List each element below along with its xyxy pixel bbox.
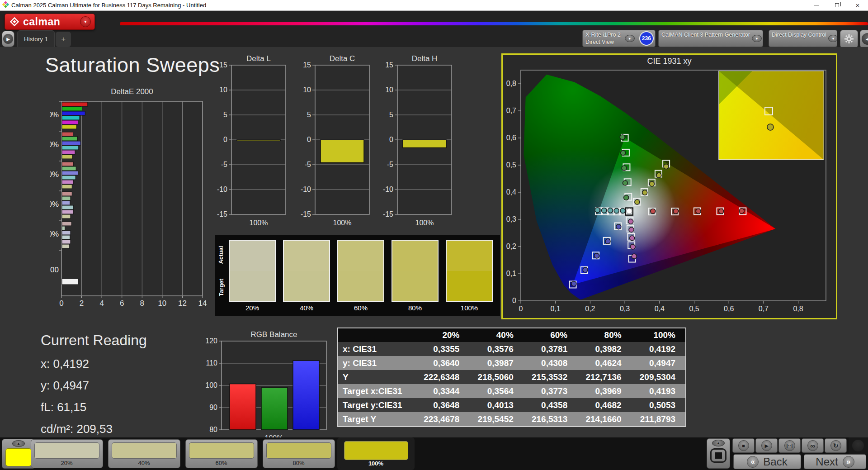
- delta-c-chart: Delta C151050-5-10-15100%: [300, 54, 376, 231]
- chevron-down-icon: ▼: [828, 35, 837, 42]
- refresh-button[interactable]: ↻: [825, 438, 847, 453]
- table-cell: 218,5060: [469, 370, 523, 384]
- pattern-button-60%[interactable]: 60%: [183, 437, 260, 470]
- page-title: Saturation Sweeps: [45, 53, 220, 77]
- play-button[interactable]: ▶: [755, 438, 778, 453]
- svg-text:15: 15: [385, 61, 393, 69]
- reading-fl: fL: 61,15: [41, 400, 147, 414]
- svg-text:0: 0: [519, 305, 523, 313]
- add-tab-button[interactable]: +: [56, 32, 71, 47]
- step-icon: [··]: [784, 440, 795, 451]
- table-cell: 0,4624: [577, 356, 631, 370]
- svg-text:100%: 100%: [250, 219, 268, 227]
- target-swatch: [230, 271, 275, 301]
- step-button[interactable]: [··]: [778, 438, 801, 453]
- target-swatch: [338, 271, 383, 301]
- actual-target-swatch-20%: [229, 240, 276, 302]
- svg-text:10: 10: [303, 86, 311, 94]
- pattern-label: 20%: [31, 460, 103, 466]
- source-name: CalMAN Client 3 Pattern Generator: [661, 31, 750, 38]
- window-controls: ×: [806, 0, 868, 10]
- settings-button[interactable]: [840, 30, 858, 48]
- pattern-list: 20%40%60%80%100%: [28, 437, 415, 470]
- pattern-generator-dropdown[interactable]: CalMAN Client 3 Pattern Generator ▼: [658, 30, 763, 47]
- logo-dropdown-icon[interactable]: ▼: [80, 16, 91, 27]
- tab-strip: ▶ History 1 +: [0, 29, 71, 47]
- tab-scroll-button[interactable]: ▶: [2, 31, 14, 47]
- table-col-header: 60%: [524, 328, 577, 342]
- reading-x: x: 0,4192: [41, 357, 147, 371]
- svg-text:110: 110: [206, 359, 217, 367]
- disabled-control-zone: [849, 437, 868, 454]
- table-cell: 0,3987: [469, 356, 523, 370]
- target-label: Target: [218, 279, 225, 296]
- chevron-down-icon: ▼: [752, 35, 762, 42]
- minimize-button[interactable]: [806, 0, 826, 10]
- table-row-label: Target y:CIE31: [338, 398, 415, 412]
- svg-text:-5: -5: [305, 161, 311, 168]
- swatch-percent-label: 20%: [229, 304, 276, 312]
- table-cell: 0,4358: [524, 398, 577, 412]
- expand-up-icon[interactable]: ▲: [12, 440, 25, 447]
- app-header: calman ▼ ▶ History 1 + X-Rite i1Pro 2 Di…: [0, 11, 868, 47]
- restore-button[interactable]: [826, 0, 847, 10]
- table-cell: 215,3532: [524, 370, 577, 384]
- svg-text:0,6: 0,6: [506, 134, 516, 142]
- svg-text:0,8: 0,8: [506, 80, 516, 87]
- pattern-button-40%[interactable]: 40%: [105, 437, 183, 470]
- loop-button[interactable]: ∞: [802, 438, 824, 453]
- pattern-label: 80%: [263, 460, 335, 466]
- svg-text:8: 8: [140, 299, 144, 308]
- calman-logo-icon: [9, 16, 20, 28]
- svg-text:Delta C: Delta C: [330, 54, 355, 63]
- close-button[interactable]: ×: [847, 0, 868, 10]
- swatch-percent-label: 60%: [337, 304, 384, 312]
- svg-text:0,5: 0,5: [506, 161, 516, 169]
- table-cell: 211,8793: [632, 412, 685, 426]
- actual-target-swatch-60%: [337, 240, 384, 302]
- svg-text:RGB Balance: RGB Balance: [251, 330, 297, 339]
- svg-text:120: 120: [205, 337, 217, 345]
- svg-text:0,4: 0,4: [655, 305, 665, 313]
- pattern-window-toggle-button[interactable]: ▲: [707, 438, 730, 469]
- collapse-panel-button[interactable]: ◀: [860, 30, 868, 48]
- svg-text:2: 2: [80, 299, 84, 308]
- swatch-percent-label: 40%: [283, 304, 330, 312]
- svg-text:DeltaE 2000: DeltaE 2000: [111, 87, 153, 96]
- back-chevron-icon: «: [747, 456, 759, 468]
- pattern-button-20%[interactable]: 20%: [28, 437, 105, 470]
- actual-target-swatch-80%: [392, 240, 439, 302]
- tab-history-1[interactable]: History 1: [17, 30, 55, 47]
- current-reading-title: Current Reading: [41, 332, 147, 349]
- svg-text:90: 90: [209, 404, 217, 411]
- display-control-dropdown[interactable]: Direct Display Control ▼: [769, 30, 837, 47]
- pattern-swatch: [112, 442, 177, 459]
- svg-text:0,1: 0,1: [506, 270, 516, 277]
- actual-target-swatch-40%: [283, 240, 330, 302]
- pattern-button-80%[interactable]: 80%: [260, 437, 337, 470]
- logo-text: calman: [23, 16, 60, 28]
- svg-text:Delta L: Delta L: [246, 54, 271, 63]
- back-button[interactable]: « Back: [733, 454, 801, 469]
- table-cell: 0,3969: [577, 384, 631, 398]
- table-col-header: 100%: [632, 328, 685, 342]
- target-swatch: [284, 271, 329, 301]
- target-swatch: [447, 271, 492, 301]
- table-cell: 0,3640: [415, 356, 469, 370]
- swatch-percent-label: 80%: [392, 304, 439, 312]
- meter-dropdown[interactable]: X-Rite i1Pro 2 Direct View ▼ 236: [582, 30, 656, 47]
- table-row-label: y: CIE31: [338, 356, 415, 370]
- meter-count-badge[interactable]: 236: [639, 31, 654, 46]
- calman-menu-button[interactable]: calman ▼: [5, 14, 95, 30]
- svg-text:4: 4: [99, 299, 104, 308]
- svg-text:0,2: 0,2: [506, 242, 516, 250]
- svg-text:0: 0: [223, 136, 227, 143]
- table-cell: 212,7136: [577, 370, 631, 384]
- cie-1931-chart: 00,10,20,30,40,50,60,70,800,10,20,30,40,…: [503, 66, 836, 316]
- next-button[interactable]: Next »: [804, 454, 866, 469]
- stop-button[interactable]: ■: [732, 438, 755, 453]
- actual-target-swatch-100%: [446, 240, 493, 302]
- table-cell: 0,3576: [469, 342, 523, 356]
- reading-cdm2: cd/m²: 209,53: [41, 422, 147, 436]
- pattern-button-100%[interactable]: 100%: [337, 437, 415, 470]
